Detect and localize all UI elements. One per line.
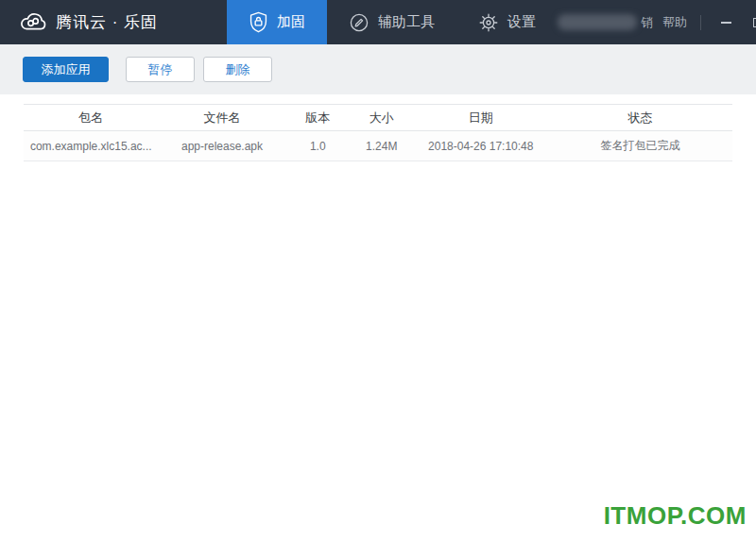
cell-filename: app-release.apk [159,140,286,153]
gear-icon [478,12,499,33]
cell-version: 1.0 [286,140,351,153]
tab-settings-label: 设置 [507,13,536,31]
title-bar: 腾讯云 · 乐固 加固 [0,0,756,44]
col-header-date: 日期 [414,110,549,127]
app-window: 腾讯云 · 乐固 加固 [0,0,756,541]
main-nav: 加固 辅助工具 设置 [227,0,558,44]
pause-button[interactable]: 暂停 [126,57,195,82]
masked-account-name [558,14,637,30]
add-app-button[interactable]: 添加应用 [23,57,109,82]
help-link[interactable]: 帮助 [662,14,687,31]
tab-settings[interactable]: 设置 [456,0,558,44]
col-header-size: 大小 [350,110,414,127]
col-header-status: 状态 [548,110,732,127]
shield-lock-icon [249,11,268,33]
minimize-icon [721,22,731,24]
col-header-package: 包名 [24,110,159,127]
tab-reinforce[interactable]: 加固 [227,0,327,44]
pencil-circle-icon [349,12,369,33]
col-header-filename: 文件名 [159,110,286,127]
minimize-button[interactable] [714,10,737,35]
action-toolbar: 添加应用 暂停 删除 [0,44,756,94]
tab-aux-tools-label: 辅助工具 [378,13,435,31]
cell-date: 2018-04-26 17:10:48 [414,140,549,153]
tab-reinforce-label: 加固 [277,13,305,31]
site-watermark: ITMOP.COM [604,501,747,531]
cell-size: 1.24M [350,140,414,153]
tab-aux-tools[interactable]: 辅助工具 [327,0,456,44]
logout-link[interactable]: 销 [641,14,653,31]
cell-status: 签名打包已完成 [548,138,732,154]
cell-package: com.example.xlc15.ac... [24,140,159,153]
maximize-button[interactable] [747,10,756,35]
delete-button[interactable]: 删除 [203,57,272,82]
table-header-row: 包名 文件名 版本 大小 日期 状态 [24,104,732,131]
tencent-cloud-icon [19,11,47,33]
table-row[interactable]: com.example.xlc15.ac... app-release.apk … [24,131,732,161]
col-header-version: 版本 [286,110,351,127]
main-content: 包名 文件名 版本 大小 日期 状态 com.example.xlc15.ac.… [0,94,756,541]
header-account-area: 销 帮助 ✕ [558,0,756,44]
app-logo: 腾讯云 · 乐固 [0,0,227,44]
app-title: 腾讯云 · 乐固 [56,11,158,33]
header-divider [700,15,701,30]
